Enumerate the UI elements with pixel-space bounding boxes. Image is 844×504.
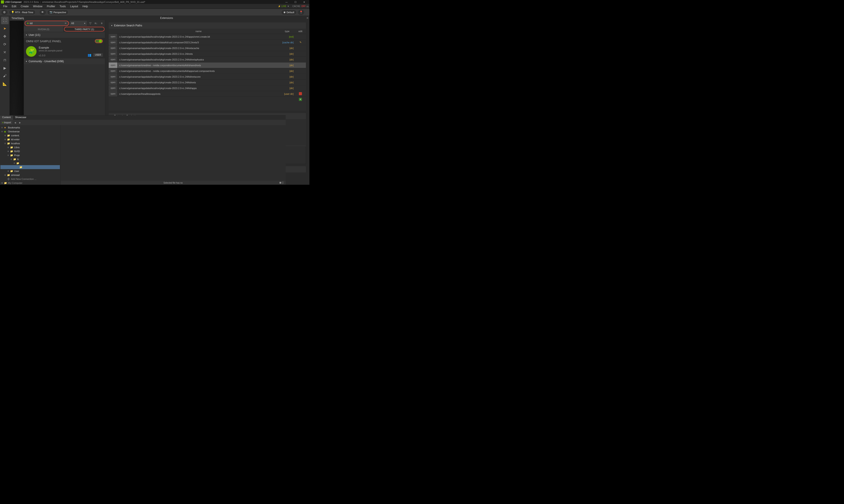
import-button[interactable]: +Import [1, 121, 12, 124]
open-path-button[interactable]: open [109, 40, 118, 45]
tool-select[interactable]: ➤ [1, 25, 8, 32]
path-type: [dir] [279, 53, 295, 55]
edit-path-icon[interactable]: ✎ [299, 41, 302, 43]
tool-scale[interactable]: ⤧ [1, 48, 8, 56]
open-path-button[interactable]: open [109, 79, 118, 85]
content-tree-node[interactable]: ⊟📁Proje [0, 153, 60, 157]
location-icon[interactable]: 📍 [298, 10, 304, 15]
open-path-button[interactable]: open [109, 91, 118, 96]
menu-tools[interactable]: Tools [57, 4, 68, 8]
visibility-icon[interactable]: 👁 [40, 10, 46, 15]
camera-button[interactable]: 📷 Perspective [47, 10, 68, 15]
tab-nvidia[interactable]: NVIDIA (0) [24, 26, 64, 32]
path-row[interactable]: openc:/users/gsivaraman/appdata/local/ov… [109, 74, 306, 79]
menu-file[interactable]: File [1, 4, 10, 8]
window-minimize[interactable] [282, 0, 291, 4]
extension-enable-toggle[interactable] [95, 39, 103, 43]
extension-search-input[interactable] [30, 22, 65, 25]
nav-back[interactable]: ◀ [13, 121, 17, 124]
open-path-button[interactable]: open [109, 51, 118, 56]
path-row[interactable]: openc:/users/gsivaraman/appdata/local/ov… [109, 51, 306, 57]
content-tree-node[interactable]: ⊟★Bookmarks [0, 126, 60, 129]
content-tree-node[interactable]: ⊟📁Ic [0, 157, 60, 161]
extension-item-body[interactable]: 🧩 Example omni.iot.sample.panel v1.0.0 👥… [24, 44, 105, 58]
tab-content[interactable]: Content [0, 115, 13, 120]
nav-forward[interactable]: ▶ [18, 121, 22, 124]
tool-select-view[interactable]: ⛶ [1, 17, 8, 24]
path-row[interactable]: openc:/users/gsivaraman/appdata/local/ov… [109, 85, 306, 91]
live-badge[interactable]: ⚡LIVE▼ [277, 5, 291, 8]
path-row[interactable]: openc:/users/gsivaraman/appdata/local/ov… [109, 40, 306, 45]
window-close[interactable] [300, 0, 309, 4]
timestamp-bar[interactable]: TimeStamp [10, 16, 24, 21]
tool-snap[interactable]: ⊓ [1, 56, 8, 64]
window-maximize[interactable] [291, 0, 300, 4]
menu-edit[interactable]: Edit [10, 4, 18, 8]
add-extension-icon[interactable]: + [27, 21, 29, 25]
menu-layout[interactable]: Layout [68, 4, 80, 8]
menu-icon[interactable]: ≡ [99, 21, 104, 26]
content-tree-node[interactable]: ⊟📁 [0, 161, 60, 165]
tab-showcase[interactable]: Showcase [13, 115, 29, 120]
settings-icon[interactable]: ⚙ [1, 10, 7, 15]
path-row[interactable]: openc:/users/gsivaraman/headlessapp/exts… [109, 91, 306, 97]
tool-brush[interactable]: 🖌 [1, 72, 8, 79]
extension-version: v1.0.0 [39, 54, 85, 57]
path-row[interactable]: openc:/users/gsivaraman/onedrive - nvidi… [109, 62, 306, 68]
content-tree-node[interactable]: ⊞📁simread [0, 173, 60, 177]
menu-create[interactable]: Create [18, 4, 31, 8]
tool-move[interactable]: ✥ [1, 33, 8, 40]
open-path-button[interactable]: open [109, 74, 118, 79]
delete-path-icon[interactable] [299, 92, 302, 95]
content-tree-node[interactable]: ⊞📁kit-exter [0, 138, 60, 141]
menu-profiler[interactable]: Profiler [45, 4, 57, 8]
title-bar: USD Composer 2023.2.0 Beta | omniverse:/… [0, 0, 309, 4]
open-path-button[interactable]: open [109, 34, 118, 39]
content-tree-node[interactable]: ⊟◉Omniverse [0, 129, 60, 133]
open-path-button[interactable]: open [109, 45, 118, 51]
top-toolbar: ⚙ 💡 RTX - Real-Time 👁 📷 Perspective ◉ De… [0, 9, 309, 16]
extension-id: omni.iot.sample.panel [39, 49, 85, 52]
open-path-button[interactable]: open [109, 68, 118, 74]
filter-icon[interactable]: ▽ [88, 21, 93, 26]
clear-search-icon[interactable]: ✕ [65, 22, 67, 25]
tool-measure[interactable]: 📐 [1, 80, 8, 88]
content-tree-node[interactable]: ➕Add New Connection ... [0, 177, 60, 181]
material-button[interactable]: ◉ Default [281, 10, 297, 15]
extensions-close-icon[interactable]: ✕ [306, 17, 309, 20]
open-path-button[interactable]: open [109, 57, 118, 62]
add-path-icon[interactable]: + [299, 98, 302, 101]
section-community[interactable]: Community - Unverified (0/98) [24, 58, 105, 64]
path-row[interactable]: openc:/users/gsivaraman/onedrive - nvidi… [109, 68, 306, 74]
path-row[interactable]: openc:/users/gsivaraman/appdata/local/ov… [109, 79, 306, 85]
render-mode-button[interactable]: 💡 RTX - Real-Time [9, 10, 36, 15]
open-path-button[interactable]: open [109, 85, 118, 91]
content-tree-node[interactable]: ⊞📁Libra [0, 145, 60, 149]
extension-filter-dropdown[interactable]: All [70, 21, 87, 26]
path-row[interactable]: openc:/users/gsivaraman/appdata/local/ov… [109, 45, 306, 51]
section-user[interactable]: User (1/1) [24, 32, 105, 38]
content-tree-node[interactable]: ⊞📁User [0, 169, 60, 173]
content-tree-node[interactable]: ⊞📁content. [0, 133, 60, 138]
menu-help[interactable]: Help [80, 4, 90, 8]
tool-rotate[interactable]: ⟳ [1, 40, 8, 48]
material-label: Default [287, 11, 294, 14]
tab-third-party[interactable]: THIRD PARTY (1) [64, 27, 105, 32]
cache-badge[interactable]: CACHE: OFF 🗂 [292, 5, 309, 7]
search-paths-header[interactable]: Extension Search Paths [109, 22, 306, 29]
tool-play[interactable]: ▶ [1, 64, 8, 72]
menu-window[interactable]: Window [31, 4, 45, 8]
content-tree-node[interactable]: 📁 [0, 165, 60, 169]
open-path-button[interactable]: open [109, 62, 118, 68]
path-type: [dir] [279, 81, 295, 84]
path-row[interactable]: openc:/users/gsivaraman/appdata/local/ov… [109, 57, 306, 62]
thumbnail-size-slider[interactable] [279, 181, 283, 184]
path-row[interactable]: openc:/users/gsivaraman/appdata/local/ov… [109, 34, 306, 40]
extension-icon: 🧩 [26, 46, 36, 57]
content-tree-node[interactable]: ⊟📁localhos [0, 141, 60, 145]
content-tree-node[interactable]: ⊞📁NVID [0, 149, 60, 153]
sort-icon[interactable]: ≡↓ [93, 21, 98, 26]
menu-bar: File Edit Create Window Profiler Tools L… [0, 4, 309, 9]
content-tree-node[interactable]: ⊞📁My Computer [0, 181, 60, 185]
extension-item-header[interactable]: OMNI IOT SAMPLE PANEL [24, 38, 105, 44]
